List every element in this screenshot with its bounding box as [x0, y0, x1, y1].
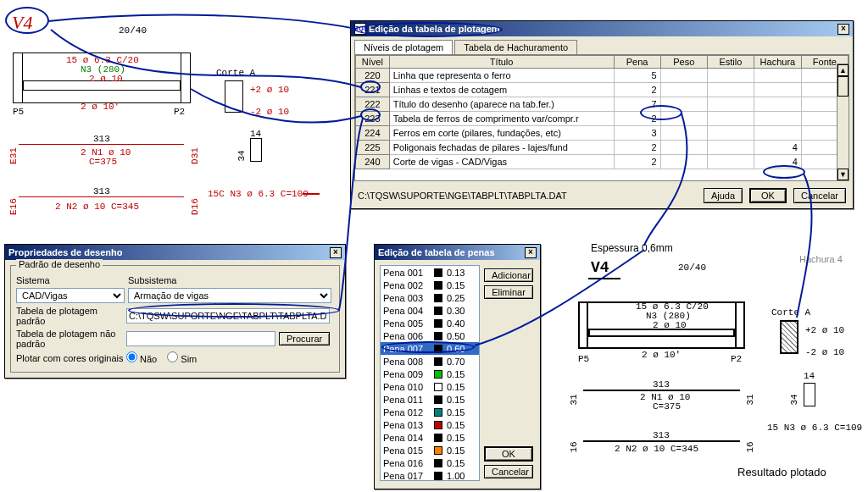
cell-nivel[interactable]: 222 — [356, 97, 390, 112]
pen-titlebar[interactable]: Edição de tabela de penas × — [375, 245, 540, 260]
pen-row[interactable]: Pena 0130.15 — [381, 418, 479, 431]
prop-titlebar[interactable]: Propriedades de desenho × — [5, 245, 345, 260]
table-row[interactable]: 220Linha que representa o ferro5 — [356, 69, 849, 83]
cell-hachura[interactable] — [754, 83, 801, 97]
cell-titulo[interactable]: Linhas e textos de cotagem — [389, 83, 614, 97]
close-icon[interactable]: × — [837, 24, 849, 35]
cell-peso[interactable] — [660, 97, 707, 112]
cell-titulo[interactable]: Corte de vigas - CAD/Vigas — [389, 155, 614, 169]
cell-nivel[interactable]: 221 — [356, 83, 390, 97]
cell-pena[interactable]: 2 — [614, 83, 660, 97]
add-pen-button[interactable]: Adicionar — [484, 268, 533, 282]
cell-estilo[interactable] — [707, 69, 754, 83]
cell-titulo[interactable]: Poligonais fechadas de pilares - lajes/f… — [389, 141, 614, 155]
cell-pena[interactable]: 2 — [614, 155, 660, 169]
pen-row[interactable]: Pena 0080.70 — [381, 355, 479, 368]
cell-estilo[interactable] — [707, 141, 754, 155]
col-titulo[interactable]: Título — [389, 56, 614, 69]
radio-nao-label[interactable]: Não — [126, 351, 157, 364]
cell-peso[interactable] — [660, 83, 707, 97]
table-row[interactable]: 224Ferros em corte (pilares, fundações, … — [356, 126, 849, 141]
cancel-button[interactable]: Cancelar — [793, 188, 846, 203]
cell-nivel[interactable]: 224 — [356, 126, 390, 141]
pen-row[interactable]: Pena 0120.15 — [381, 406, 479, 418]
cell-nivel[interactable]: 240 — [356, 155, 390, 169]
close-icon[interactable]: × — [330, 247, 342, 258]
cell-peso[interactable] — [660, 126, 707, 141]
scroll-thumb[interactable] — [837, 76, 849, 97]
cell-hachura[interactable] — [754, 126, 801, 141]
table-row[interactable]: 221Linhas e textos de cotagem2 — [356, 83, 849, 97]
pen-row[interactable]: Pena 0050.40 — [381, 317, 479, 329]
cell-nivel[interactable]: 220 — [356, 69, 390, 83]
pen-listbox[interactable]: Pena 0010.13Pena 0020.15Pena 0030.25Pena… — [380, 265, 480, 481]
plot-scrollbar[interactable]: ▲ ▼ — [837, 64, 849, 181]
plot-titlebar[interactable]: TQS Edição da tabela de plotagem × — [351, 21, 853, 36]
cell-estilo[interactable] — [707, 83, 754, 97]
scroll-down-icon[interactable]: ▼ — [837, 169, 849, 180]
pen-row[interactable]: Pena 0010.13 — [381, 266, 479, 279]
cell-pena[interactable]: 3 — [614, 126, 660, 141]
tab-hachuramento[interactable]: Tabela de Hachuramento — [454, 40, 577, 54]
pen-row[interactable]: Pena 0140.15 — [381, 431, 479, 444]
cell-hachura[interactable]: 4 — [754, 141, 801, 155]
cell-nivel[interactable]: 223 — [356, 112, 390, 126]
plot-grid[interactable]: Nível Título Pena Peso Estilo Hachura Fo… — [354, 54, 849, 181]
cell-pena[interactable]: 2 — [614, 112, 660, 126]
cell-titulo[interactable]: Título do desenho (aparece na tab.fer.) — [389, 97, 614, 112]
tab-padrao-input[interactable] — [126, 308, 330, 323]
radio-sim-label[interactable]: Sim — [167, 351, 197, 364]
cell-pena[interactable]: 5 — [614, 69, 660, 83]
tab-niveis[interactable]: Níveis de plotagem — [354, 40, 453, 54]
subsistema-select[interactable]: Armação de vigas — [128, 288, 331, 303]
col-nivel[interactable]: Nível — [356, 56, 390, 69]
help-button[interactable]: Ajuda — [704, 188, 743, 203]
table-row[interactable]: 225Poligonais fechadas de pilares - laje… — [356, 141, 849, 155]
col-hachura[interactable]: Hachura — [754, 56, 801, 69]
pen-row[interactable]: Pena 0100.15 — [381, 380, 479, 393]
cell-peso[interactable] — [660, 141, 707, 155]
ok-button[interactable]: OK — [749, 188, 787, 203]
cell-peso[interactable] — [660, 112, 707, 126]
col-estilo[interactable]: Estilo — [707, 56, 754, 69]
cell-estilo[interactable] — [707, 155, 754, 169]
table-row[interactable]: 223Tabela de ferros de comprimento var/c… — [356, 112, 849, 126]
scroll-up-icon[interactable]: ▲ — [837, 64, 849, 76]
pen-row[interactable]: Pena 0171.00 — [381, 469, 479, 481]
col-pena[interactable]: Pena — [614, 56, 660, 69]
cell-hachura[interactable] — [754, 69, 801, 83]
pen-row[interactable]: Pena 0160.15 — [381, 456, 479, 469]
cell-pena[interactable]: 7 — [614, 97, 660, 112]
cell-titulo[interactable]: Linha que representa o ferro — [389, 69, 614, 83]
table-row[interactable]: 222Título do desenho (aparece na tab.fer… — [356, 97, 849, 112]
cell-hachura[interactable] — [754, 112, 801, 126]
pen-cancel-button[interactable]: Cancelar — [484, 465, 533, 478]
tab-nao-padrao-input[interactable] — [126, 331, 275, 346]
sistema-select[interactable]: CAD/Vigas — [16, 288, 125, 303]
cell-peso[interactable] — [660, 69, 707, 83]
col-peso[interactable]: Peso — [660, 56, 707, 69]
cell-pena[interactable]: 2 — [614, 141, 660, 155]
cell-hachura[interactable]: 4 — [754, 155, 801, 169]
close-icon[interactable]: × — [525, 247, 537, 258]
del-pen-button[interactable]: Eliminar — [484, 285, 533, 299]
radio-sim[interactable] — [167, 351, 178, 362]
radio-nao[interactable] — [126, 351, 137, 362]
cell-nivel[interactable]: 225 — [356, 141, 390, 155]
cell-estilo[interactable] — [707, 126, 754, 141]
cell-titulo[interactable]: Tabela de ferros de comprimento var/comp… — [389, 112, 614, 126]
pen-row[interactable]: Pena 0110.15 — [381, 393, 479, 406]
cell-estilo[interactable] — [707, 97, 754, 112]
cell-titulo[interactable]: Ferros em corte (pilares, fundações, etc… — [389, 126, 614, 141]
pen-row[interactable]: Pena 0090.15 — [381, 368, 479, 380]
pen-ok-button[interactable]: OK — [484, 446, 533, 462]
pen-row[interactable]: Pena 0070.60 — [381, 342, 479, 355]
pen-row[interactable]: Pena 0020.15 — [381, 279, 479, 291]
pen-row[interactable]: Pena 0060.50 — [381, 329, 479, 342]
cell-peso[interactable] — [660, 155, 707, 169]
procurar-button[interactable]: Procurar — [279, 332, 330, 346]
pen-row[interactable]: Pena 0150.15 — [381, 444, 479, 456]
pen-row[interactable]: Pena 0040.30 — [381, 304, 479, 317]
pen-row[interactable]: Pena 0030.25 — [381, 291, 479, 304]
cell-hachura[interactable] — [754, 97, 801, 112]
